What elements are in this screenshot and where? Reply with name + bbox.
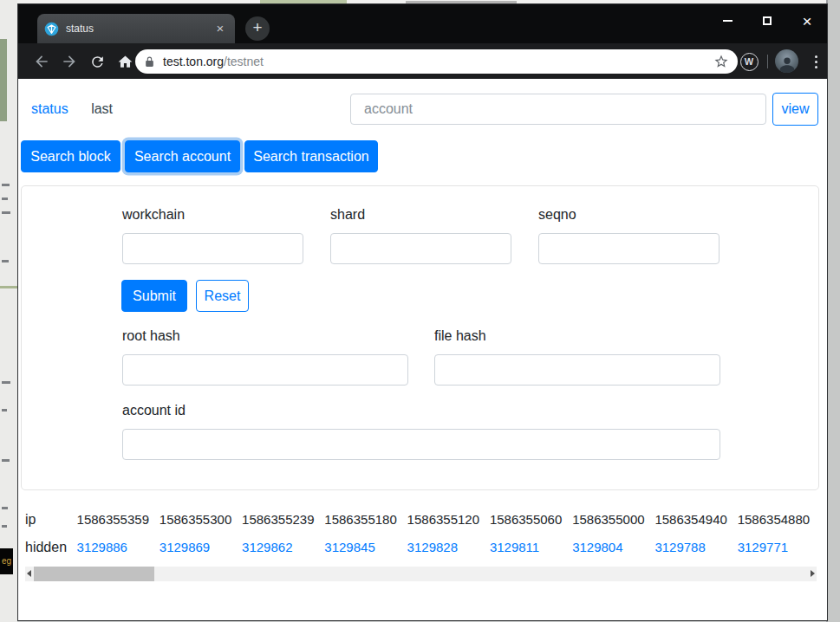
background-text-fragment xyxy=(2,409,7,411)
ip-value: 1586355180 xyxy=(324,512,407,527)
workchain-input[interactable] xyxy=(122,233,303,264)
background-text-fragment xyxy=(2,260,9,262)
new-tab-button[interactable]: + xyxy=(245,16,270,41)
hidden-link[interactable]: 3129869 xyxy=(160,540,242,554)
background-text-fragment xyxy=(2,381,10,384)
hidden-link[interactable]: 3129811 xyxy=(490,540,572,554)
background-image-fragment xyxy=(0,39,7,121)
scroll-left-icon[interactable] xyxy=(27,570,31,577)
minimize-icon xyxy=(723,20,733,22)
extension-button[interactable]: W xyxy=(738,50,760,73)
search-account-button[interactable]: Search account xyxy=(125,140,240,172)
background-image-fragment xyxy=(0,286,17,288)
submit-button[interactable]: Submit xyxy=(121,280,187,312)
profile-avatar[interactable] xyxy=(775,49,798,73)
file-hash-label: file hash xyxy=(434,328,486,344)
background-text-fragment xyxy=(2,459,10,462)
seqno-input[interactable] xyxy=(538,233,720,264)
background-text-fragment xyxy=(2,198,8,200)
seqno-label: seqno xyxy=(538,207,576,223)
browser-menu-button[interactable] xyxy=(809,50,823,73)
ip-value: 1586355060 xyxy=(490,512,572,527)
tab-strip: status × + × xyxy=(18,4,827,43)
account-input[interactable] xyxy=(350,94,766,125)
ip-value: 1586355300 xyxy=(160,512,242,527)
reload-button[interactable] xyxy=(86,50,108,73)
scroll-right-icon[interactable] xyxy=(811,570,815,577)
table-row-hidden: hidden 3129886 3129869 3129862 3129845 3… xyxy=(25,540,820,567)
url-bar[interactable]: test.ton.org/testnet xyxy=(135,49,738,74)
ip-value: 1586354940 xyxy=(654,512,737,527)
bookmark-star-icon[interactable] xyxy=(713,54,729,69)
hidden-link[interactable]: 3129771 xyxy=(738,540,820,554)
ip-value: 1586355000 xyxy=(572,512,654,527)
root-hash-input[interactable] xyxy=(122,354,408,386)
forward-icon xyxy=(61,53,78,70)
shard-label: shard xyxy=(330,207,365,223)
horizontal-scrollbar[interactable] xyxy=(25,567,817,581)
file-hash-input[interactable] xyxy=(434,354,720,386)
search-form-card: workchain shard seqno Submit Reset root … xyxy=(21,185,819,490)
hidden-link[interactable]: 3129788 xyxy=(654,540,737,554)
ip-row-label: ip xyxy=(25,512,77,528)
hidden-link[interactable]: 3129886 xyxy=(77,540,160,554)
nav-link-last[interactable]: last xyxy=(91,101,113,116)
screen: eg status × + × xyxy=(0,0,840,622)
scrollbar-thumb[interactable] xyxy=(34,567,154,581)
background-badge: eg xyxy=(0,548,13,574)
browser-tab[interactable]: status × xyxy=(37,14,235,43)
background-left-strip: eg xyxy=(0,0,17,622)
extension-w-icon: W xyxy=(740,53,759,71)
menu-dot xyxy=(815,61,817,63)
ip-value: 1586355120 xyxy=(407,512,490,527)
ip-value: 1586354880 xyxy=(738,512,820,527)
background-text-fragment xyxy=(2,507,8,509)
close-icon: × xyxy=(802,13,811,29)
close-button[interactable]: × xyxy=(787,4,827,37)
window-controls: × xyxy=(707,4,827,37)
status-table: ip 1586355359 1586355300 1586355239 1586… xyxy=(25,512,820,567)
workchain-label: workchain xyxy=(122,207,185,223)
page-nav: status last xyxy=(31,101,113,117)
url-text: test.ton.org/testnet xyxy=(163,55,713,68)
search-block-button[interactable]: Search block xyxy=(21,140,120,172)
hidden-link[interactable]: 3129845 xyxy=(324,540,407,554)
reset-button[interactable]: Reset xyxy=(196,280,249,312)
url-path: /testnet xyxy=(224,55,264,68)
maximize-button[interactable] xyxy=(747,4,787,37)
back-icon xyxy=(33,53,50,70)
shard-input[interactable] xyxy=(330,233,511,264)
ip-value: 1586355239 xyxy=(242,512,324,527)
home-icon xyxy=(117,54,133,70)
hidden-row-label: hidden xyxy=(25,540,77,555)
forward-button[interactable] xyxy=(58,50,81,73)
background-text-fragment xyxy=(2,525,7,528)
lock-icon xyxy=(144,56,155,68)
nav-link-status[interactable]: status xyxy=(31,101,68,116)
account-id-input[interactable] xyxy=(122,429,720,460)
ip-value: 1586355359 xyxy=(77,512,160,527)
background-text-fragment xyxy=(2,184,10,186)
reload-icon xyxy=(89,54,106,70)
hidden-link[interactable]: 3129828 xyxy=(407,540,490,554)
tab-close-icon[interactable]: × xyxy=(212,21,228,36)
back-button[interactable] xyxy=(30,50,53,73)
avatar-silhouette-icon xyxy=(778,54,797,73)
ton-favicon-icon xyxy=(44,22,59,36)
page-content: status last view Search block Search acc… xyxy=(18,79,827,620)
search-transaction-button[interactable]: Search transaction xyxy=(244,140,378,172)
root-hash-label: root hash xyxy=(122,328,180,344)
account-id-label: account id xyxy=(122,403,186,418)
url-domain: test.ton.org xyxy=(163,55,224,68)
view-button[interactable]: view xyxy=(772,93,818,126)
home-button[interactable] xyxy=(114,50,136,73)
table-row-ip: ip 1586355359 1586355300 1586355239 1586… xyxy=(25,512,820,540)
hidden-link[interactable]: 3129862 xyxy=(242,540,324,554)
browser-window: status × + × xyxy=(17,3,828,621)
background-right-strip xyxy=(826,0,840,622)
hidden-link[interactable]: 3129804 xyxy=(572,540,654,554)
minimize-button[interactable] xyxy=(707,4,747,37)
toolbar-divider xyxy=(767,55,768,68)
background-text-fragment xyxy=(2,211,10,214)
tab-title: status xyxy=(66,23,212,35)
